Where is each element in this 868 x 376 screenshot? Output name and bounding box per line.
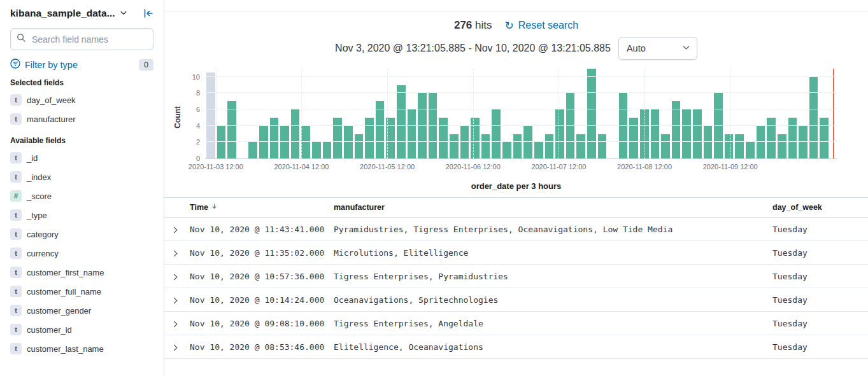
histogram-bar[interactable] [397,85,406,158]
sidebar: kibana_sample_data... Fil [0,0,164,376]
histogram-bar[interactable] [291,109,300,158]
histogram-bar[interactable] [587,69,596,158]
field-item-_index[interactable]: t_index [10,167,153,186]
number-field-icon: # [10,190,22,202]
interval-select-value: Auto [627,43,646,53]
field-item-_score[interactable]: #_score [10,186,153,205]
histogram-bar[interactable] [418,93,427,158]
field-item-currency[interactable]: tcurrency [10,244,153,263]
histogram-bar[interactable] [312,142,321,158]
day-of-week-cell: Tuesday [767,312,868,335]
chevron-down-icon [682,43,690,53]
histogram-bar[interactable] [227,101,236,158]
histogram-bar[interactable] [672,101,681,158]
histogram-bar[interactable] [492,109,501,158]
field-item-customer_first_name[interactable]: tcustomer_first_name [10,263,153,282]
manufacturer-cell: Oceanavigations, Spritechnologies [329,288,767,312]
histogram-bar[interactable] [450,134,459,158]
table-row: Nov 10, 2020 @ 11:43:41.000Pyramidustrie… [164,218,868,241]
x-tick-label: 2020-11-09 12:00 [703,163,758,171]
field-item-_type[interactable]: t_type [10,205,153,225]
histogram-bar[interactable] [714,93,723,158]
manufacturer-column-header[interactable]: manufacturer [329,198,767,218]
field-item-manufacturer[interactable]: tmanufacturer [10,109,153,129]
string-field-icon: t [10,305,22,316]
expand-row-button[interactable] [169,250,179,257]
string-field-icon: t [10,343,22,354]
histogram-bar[interactable] [323,142,332,158]
histogram-bar[interactable] [598,134,607,158]
histogram-bar[interactable] [735,134,744,158]
expand-row-button[interactable] [169,274,179,281]
bars [205,69,837,158]
histogram-bar[interactable] [502,142,511,158]
filter-by-type-button[interactable]: Filter by type [10,59,78,71]
time-cell: Nov 10, 2020 @ 09:08:10.000 [185,312,329,335]
histogram-bar[interactable] [629,118,638,158]
field-item-category[interactable]: tcategory [10,225,153,244]
histogram-bar[interactable] [355,134,364,158]
expand-row-icon [171,274,178,281]
field-item-customer_id[interactable]: tcustomer_id [10,320,153,339]
table-row: Nov 10, 2020 @ 09:08:10.000Tigress Enter… [164,312,868,335]
x-axis-ticks: 2020-11-03 12:002020-11-04 12:002020-11-… [205,163,837,172]
histogram-bar[interactable] [820,118,829,158]
x-tick-label: 2020-11-07 12:00 [531,163,586,171]
field-item-customer_last_name[interactable]: tcustomer_last_name [10,339,153,358]
histogram-bar[interactable] [566,93,575,158]
histogram-bar[interactable] [471,118,480,158]
histogram-bar[interactable] [809,77,818,158]
expand-row-button[interactable] [169,321,179,328]
histogram-bar[interactable] [725,134,734,158]
histogram-bar[interactable] [682,109,691,158]
histogram-bar[interactable] [248,142,257,158]
field-item-customer_gender[interactable]: tcustomer_gender [10,301,153,320]
expand-row-button[interactable] [169,344,179,351]
histogram-bar[interactable] [365,118,374,158]
y-axis-label: Count [173,106,182,129]
histogram-bar[interactable] [513,134,522,158]
histogram-bar[interactable] [778,134,786,158]
histogram-bar[interactable] [693,109,702,158]
x-axis-title: order_date per 3 hours [164,181,868,191]
collapse-sidebar-button[interactable] [143,8,153,18]
refresh-icon: ↻ [505,20,514,31]
histogram-bar[interactable] [746,142,755,158]
histogram-bar[interactable] [481,134,490,158]
reset-search-button[interactable]: ↻ Reset search [505,20,579,31]
expand-row-button[interactable] [169,226,179,233]
time-column-header[interactable]: Time [185,198,329,218]
histogram-bar[interactable] [439,118,448,158]
day-of-week-cell: Tuesday [767,241,868,265]
manufacturer-cell: Tigress Enterprises, Pyramidustries [329,265,767,288]
histogram-bar[interactable] [555,109,564,158]
day-of-week-column-header[interactable]: day_of_week [767,198,868,218]
histogram-bar[interactable] [270,118,279,158]
expand-row-icon [171,345,178,351]
histogram-bar[interactable] [767,118,776,158]
index-pattern-selector[interactable]: kibana_sample_data... [10,8,127,19]
interval-select[interactable]: Auto [618,37,697,60]
histogram-bar[interactable] [429,93,438,158]
histogram-bar[interactable] [333,118,342,158]
field-item-customer_full_name[interactable]: tcustomer_full_name [10,282,153,301]
histogram-bar[interactable] [576,134,585,158]
histogram-bar[interactable] [619,93,628,158]
string-field-icon: t [10,247,22,259]
histogram-bar[interactable] [651,109,660,158]
histogram-bar[interactable] [661,134,670,158]
expand-row-button[interactable] [169,297,179,304]
day-of-week-cell: Tuesday [767,288,868,312]
collapse-sidebar-icon [143,11,153,20]
string-field-icon: t [10,209,22,221]
histogram-bar[interactable] [788,118,797,158]
histogram-bar[interactable] [376,101,385,158]
discover-panel: 276 hits ↻ Reset search Nov 3, 2020 @ 13… [164,11,868,376]
search-field-names-input[interactable] [31,34,147,45]
field-item-day_of_week[interactable]: tday_of_week [10,90,153,109]
histogram-bar[interactable] [206,73,215,158]
field-item-_id[interactable]: t_id [10,148,153,167]
histogram-bar[interactable] [408,109,416,158]
histogram-bar[interactable] [545,134,554,158]
histogram-bar[interactable] [534,142,543,158]
